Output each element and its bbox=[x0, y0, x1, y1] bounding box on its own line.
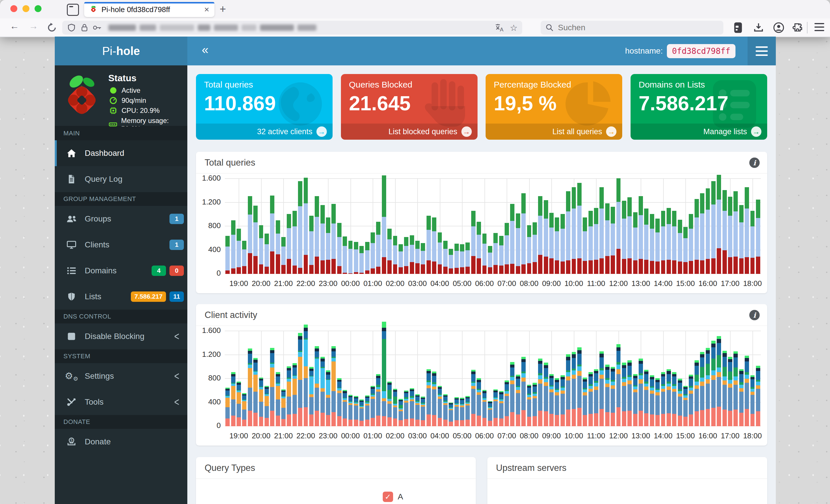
chart-bar[interactable] bbox=[628, 197, 632, 274]
chart-bar[interactable] bbox=[689, 214, 693, 274]
chart-bar[interactable] bbox=[270, 348, 274, 426]
chart-bar[interactable] bbox=[538, 359, 542, 426]
chart-bar[interactable] bbox=[572, 187, 576, 274]
chart-bar[interactable] bbox=[460, 398, 464, 426]
sidebar-item-query-log[interactable]: Query Log bbox=[55, 166, 187, 192]
chart-bar[interactable] bbox=[583, 217, 587, 274]
tab-manager-icon[interactable] bbox=[67, 4, 79, 16]
chart-bar[interactable] bbox=[533, 383, 537, 426]
account-icon[interactable] bbox=[773, 22, 785, 33]
sidebar-item-groups[interactable]: Groups1 bbox=[55, 206, 187, 232]
chart-bar[interactable] bbox=[756, 366, 760, 426]
chart-bar[interactable] bbox=[287, 366, 291, 426]
chart-bar[interactable] bbox=[410, 235, 414, 274]
card-footer-link[interactable]: List all queries → bbox=[486, 124, 622, 140]
chart-bar[interactable] bbox=[488, 401, 492, 426]
chart-bar[interactable] bbox=[572, 352, 576, 426]
chart-bar[interactable] bbox=[354, 396, 358, 426]
chart-bar[interactable] bbox=[588, 211, 593, 274]
chart-bar[interactable] bbox=[298, 333, 302, 426]
chart-bar[interactable] bbox=[549, 213, 554, 274]
chart-bar[interactable] bbox=[661, 372, 665, 426]
bookmark-star-icon[interactable]: ☆ bbox=[510, 23, 518, 33]
chart-bar[interactable] bbox=[544, 363, 548, 426]
container-extension-icon[interactable] bbox=[733, 22, 743, 33]
chart-bar[interactable] bbox=[376, 222, 380, 274]
chart-bar[interactable] bbox=[728, 197, 732, 274]
chart-bar[interactable] bbox=[292, 363, 297, 426]
chart-bar[interactable] bbox=[723, 351, 727, 426]
chart-bar[interactable] bbox=[454, 397, 459, 426]
chart-bar[interactable] bbox=[337, 223, 342, 274]
chart-bar[interactable] bbox=[622, 201, 626, 274]
chart-bar[interactable] bbox=[751, 211, 755, 274]
chart-bar[interactable] bbox=[343, 390, 347, 426]
card-footer-link[interactable]: 32 active clients → bbox=[196, 124, 332, 140]
chart-bar[interactable] bbox=[320, 205, 325, 274]
chart-bar[interactable] bbox=[555, 217, 559, 274]
chart-bar[interactable] bbox=[454, 244, 459, 274]
info-icon[interactable]: i bbox=[749, 310, 760, 320]
chart-bar[interactable] bbox=[700, 193, 704, 274]
chart-bar[interactable] bbox=[656, 378, 660, 426]
chart-bar[interactable] bbox=[644, 208, 648, 274]
chart-bar[interactable] bbox=[672, 211, 676, 274]
sidebar-collapse-button[interactable]: « bbox=[202, 43, 209, 57]
chart-bar[interactable] bbox=[656, 219, 660, 274]
chart-bar[interactable] bbox=[499, 391, 504, 426]
chart-bar[interactable] bbox=[471, 370, 476, 426]
chart-bar[interactable] bbox=[493, 390, 498, 426]
forward-button[interactable]: → bbox=[29, 21, 38, 31]
search-input[interactable] bbox=[557, 23, 697, 33]
chart-bar[interactable] bbox=[242, 393, 247, 427]
new-tab-button[interactable]: + bbox=[220, 3, 226, 15]
chart-bar[interactable] bbox=[354, 242, 358, 274]
chart-bar[interactable] bbox=[287, 214, 291, 274]
pihole-menu-button[interactable] bbox=[747, 37, 776, 65]
chart-bar[interactable] bbox=[248, 348, 252, 426]
chart-bar[interactable] bbox=[320, 357, 325, 426]
chart-bar[interactable] bbox=[259, 225, 263, 274]
total-queries-chart[interactable]: 04008001.2001.60019:0020:0021:0022:0023:… bbox=[196, 179, 767, 293]
chart-bar[interactable] bbox=[616, 178, 621, 274]
chart-bar[interactable] bbox=[438, 232, 442, 274]
chart-bar[interactable] bbox=[533, 222, 537, 274]
chart-bar[interactable] bbox=[443, 394, 448, 426]
chart-bar[interactable] bbox=[605, 365, 610, 427]
chart-bar[interactable] bbox=[639, 196, 643, 274]
chart-bar[interactable] bbox=[281, 237, 286, 274]
chart-bar[interactable] bbox=[253, 358, 258, 426]
chart-bar[interactable] bbox=[667, 208, 671, 274]
sidebar-item-dashboard[interactable]: Dashboard bbox=[55, 140, 187, 166]
chart-bar[interactable] bbox=[577, 347, 582, 426]
chart-bar[interactable] bbox=[477, 222, 481, 274]
chart-bar[interactable] bbox=[616, 344, 621, 426]
chart-bar[interactable] bbox=[706, 188, 710, 274]
chart-bar[interactable] bbox=[739, 205, 743, 274]
chart-bar[interactable] bbox=[460, 244, 464, 274]
chart-bar[interactable] bbox=[695, 199, 699, 274]
chart-bar[interactable] bbox=[644, 370, 648, 426]
chart-bar[interactable] bbox=[505, 223, 509, 274]
chart-bar[interactable] bbox=[326, 370, 330, 426]
chart-bar[interactable] bbox=[510, 362, 514, 426]
chart-bar[interactable] bbox=[315, 346, 319, 426]
chart-bar[interactable] bbox=[231, 372, 235, 426]
chart-bar[interactable] bbox=[493, 233, 498, 274]
chart-bar[interactable] bbox=[683, 227, 688, 274]
chart-bar[interactable] bbox=[538, 196, 542, 274]
chart-bar[interactable] bbox=[315, 196, 319, 274]
chart-bar[interactable] bbox=[521, 193, 526, 274]
sidebar-item-lists[interactable]: Lists7.586.21711 bbox=[55, 284, 187, 310]
chart-bar[interactable] bbox=[516, 375, 520, 426]
translate-icon[interactable]: A bbox=[494, 23, 505, 33]
chart-bar[interactable] bbox=[304, 325, 308, 426]
chart-bar[interactable] bbox=[438, 386, 442, 426]
info-icon[interactable]: i bbox=[749, 158, 760, 168]
chart-bar[interactable] bbox=[443, 241, 448, 274]
chart-bar[interactable] bbox=[633, 212, 637, 274]
chart-bar[interactable] bbox=[281, 390, 286, 426]
chart-bar[interactable] bbox=[225, 388, 230, 426]
chart-bar[interactable] bbox=[717, 175, 721, 274]
chart-bar[interactable] bbox=[711, 341, 715, 426]
